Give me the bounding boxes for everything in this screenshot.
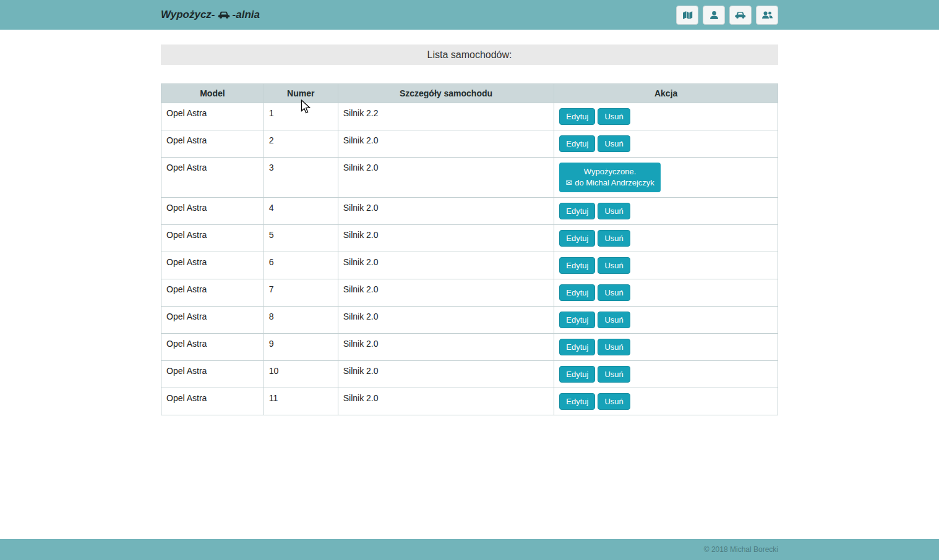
column-header-model: Model: [161, 84, 264, 103]
map-nav-button[interactable]: [676, 6, 698, 25]
delete-button[interactable]: Usuń: [598, 312, 630, 328]
column-header-numer: Numer: [264, 84, 338, 103]
user-nav-button[interactable]: [703, 6, 725, 25]
delete-button[interactable]: Usuń: [598, 366, 630, 383]
cell-numer: 3: [264, 158, 338, 198]
rented-label: Wypożyczone.: [565, 166, 654, 177]
table-row: Opel Astra4Silnik 2.0EdytujUsuń: [161, 198, 778, 225]
table-header-row: Model Numer Szczegóły samochodu Akcja: [161, 84, 778, 103]
edit-button[interactable]: Edytuj: [559, 312, 595, 328]
user-icon: [710, 11, 719, 20]
cell-model: Opel Astra: [161, 388, 264, 415]
cell-akcja: EdytujUsuń: [554, 225, 778, 252]
cell-numer: 2: [264, 130, 338, 158]
cell-akcja: EdytujUsuń: [554, 198, 778, 225]
users-nav-button[interactable]: [756, 6, 778, 25]
app-footer: © 2018 Michal Borecki: [0, 539, 939, 560]
table-row: Opel Astra3Silnik 2.0Wypożyczone.✉do Mic…: [161, 158, 778, 198]
cell-details: Silnik 2.0: [338, 334, 554, 361]
table-row: Opel Astra2Silnik 2.0EdytujUsuń: [161, 130, 778, 158]
delete-button[interactable]: Usuń: [598, 393, 630, 410]
cell-model: Opel Astra: [161, 252, 264, 279]
cell-akcja: EdytujUsuń: [554, 361, 778, 388]
cell-model: Opel Astra: [161, 307, 264, 334]
cell-model: Opel Astra: [161, 361, 264, 388]
cell-numer: 9: [264, 334, 338, 361]
cell-numer: 4: [264, 198, 338, 225]
envelope-icon: ✉: [565, 178, 572, 187]
main-content: Lista samochodów: Model Numer Szczegóły …: [161, 45, 778, 415]
delete-button[interactable]: Usuń: [598, 284, 630, 301]
cell-akcja: EdytujUsuń: [554, 279, 778, 307]
table-row: Opel Astra6Silnik 2.0EdytujUsuń: [161, 252, 778, 279]
header-nav: [676, 6, 778, 25]
cell-details: Silnik 2.0: [338, 279, 554, 307]
cell-numer: 8: [264, 307, 338, 334]
map-icon: [682, 11, 693, 20]
delete-button[interactable]: Usuń: [598, 135, 630, 152]
cell-details: Silnik 2.0: [338, 252, 554, 279]
cell-akcja: EdytujUsuń: [554, 334, 778, 361]
edit-button[interactable]: Edytuj: [559, 284, 595, 301]
edit-button[interactable]: Edytuj: [559, 257, 595, 274]
table-row: Opel Astra5Silnik 2.0EdytujUsuń: [161, 225, 778, 252]
rented-to-line: ✉do Michal Andrzejczyk: [565, 177, 654, 189]
app-header: Wypożycz- -alnia: [0, 0, 939, 30]
edit-button[interactable]: Edytuj: [559, 393, 595, 410]
edit-button[interactable]: Edytuj: [559, 108, 595, 125]
cell-akcja: EdytujUsuń: [554, 103, 778, 130]
table-row: Opel Astra8Silnik 2.0EdytujUsuń: [161, 307, 778, 334]
cell-numer: 5: [264, 225, 338, 252]
delete-button[interactable]: Usuń: [598, 108, 630, 125]
delete-button[interactable]: Usuń: [598, 203, 630, 219]
cell-akcja: EdytujUsuń: [554, 252, 778, 279]
cell-numer: 10: [264, 361, 338, 388]
cell-model: Opel Astra: [161, 334, 264, 361]
cell-akcja: EdytujUsuń: [554, 388, 778, 415]
cell-model: Opel Astra: [161, 279, 264, 307]
cell-model: Opel Astra: [161, 158, 264, 198]
edit-button[interactable]: Edytuj: [559, 339, 595, 355]
cell-details: Silnik 2.2: [338, 103, 554, 130]
cell-details: Silnik 2.0: [338, 225, 554, 252]
cell-details: Silnik 2.0: [338, 307, 554, 334]
car-icon: [735, 11, 746, 19]
delete-button[interactable]: Usuń: [598, 230, 630, 247]
edit-button[interactable]: Edytuj: [559, 366, 595, 383]
car-nav-button[interactable]: [729, 6, 752, 25]
page-title: Lista samochodów:: [161, 45, 778, 65]
edit-button[interactable]: Edytuj: [559, 203, 595, 219]
cell-numer: 1: [264, 103, 338, 130]
rented-to-name: do Michal Andrzejczyk: [575, 178, 654, 187]
cell-details: Silnik 2.0: [338, 198, 554, 225]
table-row: Opel Astra7Silnik 2.0EdytujUsuń: [161, 279, 778, 307]
edit-button[interactable]: Edytuj: [559, 135, 595, 152]
cell-details: Silnik 2.0: [338, 361, 554, 388]
column-header-akcja: Akcja: [554, 84, 778, 103]
cell-numer: 11: [264, 388, 338, 415]
cell-numer: 6: [264, 252, 338, 279]
cell-numer: 7: [264, 279, 338, 307]
cell-akcja: EdytujUsuń: [554, 307, 778, 334]
table-row: Opel Astra11Silnik 2.0EdytujUsuń: [161, 388, 778, 415]
table-row: Opel Astra10Silnik 2.0EdytujUsuń: [161, 361, 778, 388]
delete-button[interactable]: Usuń: [598, 339, 630, 355]
cell-model: Opel Astra: [161, 225, 264, 252]
column-header-details: Szczegóły samochodu: [338, 84, 554, 103]
delete-button[interactable]: Usuń: [598, 257, 630, 274]
users-icon: [761, 11, 773, 19]
cell-model: Opel Astra: [161, 198, 264, 225]
brand-car-icon: [218, 11, 230, 19]
cell-model: Opel Astra: [161, 130, 264, 158]
cars-table: Model Numer Szczegóły samochodu Akcja Op…: [161, 83, 778, 415]
brand-prefix: Wypożycz-: [161, 9, 215, 21]
brand[interactable]: Wypożycz- -alnia: [161, 9, 260, 21]
edit-button[interactable]: Edytuj: [559, 230, 595, 247]
cell-details: Silnik 2.0: [338, 388, 554, 415]
cell-details: Silnik 2.0: [338, 130, 554, 158]
cell-akcja: EdytujUsuń: [554, 130, 778, 158]
cell-akcja: Wypożyczone.✉do Michal Andrzejczyk: [554, 158, 778, 198]
rented-status-badge[interactable]: Wypożyczone.✉do Michal Andrzejczyk: [559, 163, 661, 192]
table-row: Opel Astra1Silnik 2.2EdytujUsuń: [161, 103, 778, 130]
cell-details: Silnik 2.0: [338, 158, 554, 198]
